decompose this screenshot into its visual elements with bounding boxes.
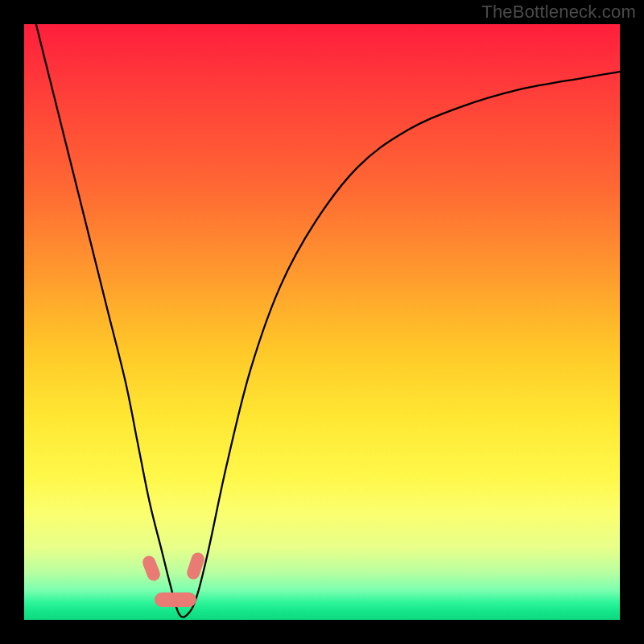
bottom-cluster-marker: [155, 592, 196, 607]
plot-area: [24, 24, 620, 620]
bottleneck-curve: [24, 24, 620, 620]
watermark-text: TheBottleneck.com: [481, 2, 636, 23]
chart-frame: TheBottleneck.com: [0, 0, 644, 644]
